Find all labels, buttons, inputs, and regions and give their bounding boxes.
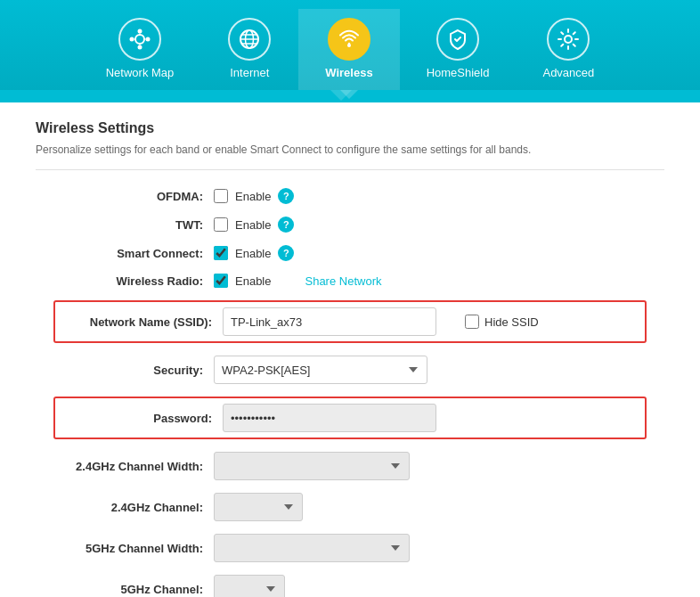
ofdma-control: Enable ? — [214, 188, 647, 204]
security-control: WPA2-PSK[AES] WPA/WPA2-PSK None — [214, 356, 647, 384]
twt-enable-label: Enable — [235, 218, 271, 232]
channel-24-control — [214, 493, 647, 521]
hide-ssid-area: Hide SSID — [465, 315, 539, 329]
network-name-row-highlighted: Network Name (SSID): Hide SSID — [53, 300, 647, 343]
password-row-highlighted: Password: — [53, 397, 647, 439]
smart-connect-help-icon[interactable]: ? — [278, 245, 294, 261]
channel-24-label: 2.4GHz Channel: — [53, 501, 214, 514]
page-description: Personalize settings for each band or en… — [36, 143, 664, 170]
ofdma-help-icon[interactable]: ? — [278, 188, 294, 204]
twt-row: TWT: Enable ? — [36, 217, 664, 233]
wireless-radio-control: Enable Share Network — [214, 274, 647, 288]
wireless-radio-label: Wireless Radio: — [53, 274, 214, 288]
svg-point-1 — [137, 29, 142, 34]
nav-label-wireless: Wireless — [325, 66, 372, 79]
ofdma-label: OFDMA: — [53, 190, 214, 203]
nav-icon-internet — [228, 18, 271, 61]
channel-24-row: 2.4GHz Channel: — [36, 493, 664, 521]
channel-width-24-label: 2.4GHz Channel Width: — [53, 460, 214, 473]
security-select[interactable]: WPA2-PSK[AES] WPA/WPA2-PSK None — [214, 356, 427, 384]
ofdma-checkbox[interactable] — [214, 189, 228, 203]
channel-width-24-row: 2.4GHz Channel Width: — [36, 452, 664, 480]
channel-width-5-control — [214, 534, 647, 562]
svg-point-2 — [137, 45, 142, 50]
network-name-input[interactable] — [223, 307, 436, 336]
channel-width-24-select[interactable] — [214, 452, 410, 480]
channel-24-select[interactable] — [214, 493, 303, 521]
share-network-link[interactable]: Share Network — [305, 274, 381, 288]
twt-label: TWT: — [53, 218, 214, 232]
nav-item-homeshield[interactable]: HomeShield — [400, 9, 517, 90]
nav-item-advanced[interactable]: Advanced — [516, 9, 621, 90]
wireless-icon — [338, 28, 361, 51]
hide-ssid-checkbox[interactable] — [465, 315, 479, 329]
channel-width-5-select[interactable] — [214, 534, 410, 562]
ofdma-enable-label: Enable — [235, 190, 271, 203]
network-name-label: Network Name (SSID): — [62, 315, 223, 329]
svg-point-4 — [145, 37, 150, 42]
nav-item-internet[interactable]: Internet — [200, 9, 298, 90]
password-input[interactable] — [223, 404, 436, 432]
wireless-radio-row: Wireless Radio: Enable Share Network — [36, 274, 664, 288]
smart-connect-label: Smart Connect: — [53, 247, 214, 260]
channel-width-24-control — [214, 452, 647, 480]
svg-point-0 — [135, 35, 144, 44]
password-label: Password: — [62, 412, 223, 425]
nav-items: Network Map Internet — [79, 9, 622, 90]
security-row: Security: WPA2-PSK[AES] WPA/WPA2-PSK Non… — [36, 356, 664, 384]
channel-5-select[interactable] — [214, 575, 285, 597]
channel-width-5-label: 5GHz Channel Width: — [53, 542, 214, 555]
wireless-radio-checkbox[interactable] — [214, 274, 228, 288]
page-title: Wireless Settings — [36, 120, 664, 136]
svg-point-3 — [129, 37, 134, 42]
channel-width-5-row: 5GHz Channel Width: — [36, 534, 664, 562]
smart-connect-enable-label: Enable — [235, 247, 271, 260]
nav-icon-homeshield — [436, 18, 479, 61]
nav-label-internet: Internet — [230, 66, 269, 79]
wireless-radio-enable-label: Enable — [235, 274, 271, 288]
svg-point-15 — [565, 36, 572, 43]
top-navigation: Network Map Internet — [0, 0, 700, 90]
nav-icon-wireless — [328, 18, 370, 61]
nav-label-homeshield: HomeShield — [427, 66, 490, 79]
smart-connect-control: Enable ? — [214, 245, 647, 261]
nav-label-network-map: Network Map — [106, 66, 175, 79]
smart-connect-checkbox[interactable] — [214, 246, 228, 260]
nav-icon-network-map — [118, 18, 161, 61]
homeshield-icon — [446, 28, 469, 51]
password-control — [223, 404, 638, 432]
channel-5-label: 5GHz Channel: — [53, 583, 214, 596]
internet-icon — [238, 28, 261, 51]
channel-5-row: 5GHz Channel: — [36, 575, 664, 597]
main-content: Wireless Settings Personalize settings f… — [0, 102, 700, 597]
security-label: Security: — [53, 364, 214, 377]
smart-connect-row: Smart Connect: Enable ? — [36, 245, 664, 261]
nav-item-wireless[interactable]: Wireless — [298, 9, 399, 90]
nav-item-network-map[interactable]: Network Map — [79, 9, 201, 90]
nav-label-advanced: Advanced — [542, 66, 594, 79]
svg-point-14 — [347, 44, 351, 47]
hide-ssid-label: Hide SSID — [484, 315, 539, 329]
nav-icon-advanced — [547, 18, 590, 61]
advanced-icon — [557, 28, 580, 51]
network-map-icon — [128, 28, 151, 51]
channel-5-control — [214, 575, 647, 597]
network-name-control: Hide SSID — [223, 307, 638, 336]
twt-help-icon[interactable]: ? — [278, 217, 294, 233]
ofdma-row: OFDMA: Enable ? — [36, 188, 664, 204]
twt-checkbox[interactable] — [214, 217, 228, 232]
twt-control: Enable ? — [214, 217, 647, 233]
